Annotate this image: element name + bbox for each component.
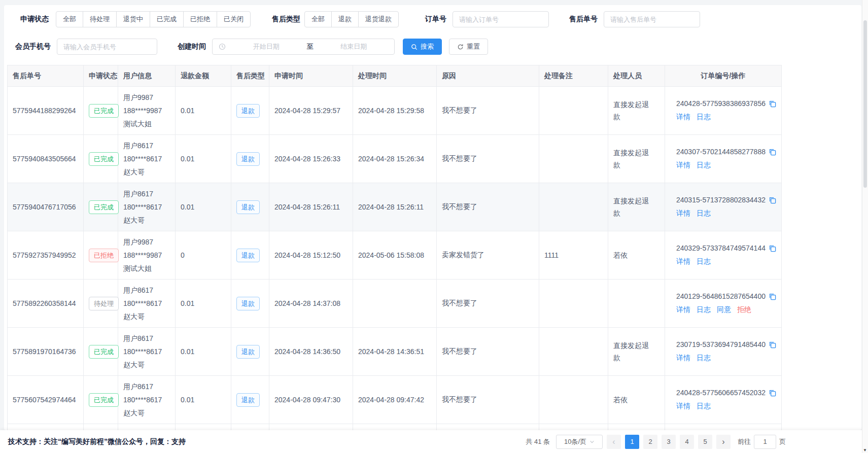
status-filter-option[interactable]: 已关闭 <box>217 11 251 27</box>
after-sale-no: 5775940843505664 <box>13 155 78 163</box>
action-link[interactable]: 日志 <box>697 305 711 313</box>
user-info-line: 赵大哥 <box>123 214 170 227</box>
action-link[interactable]: 详情 <box>676 161 690 169</box>
status-filter-option[interactable]: 全部 <box>56 11 83 27</box>
refund-amount: 0.01 <box>181 347 226 356</box>
table-row: 5775607542974464已完成用户8617180****8617赵大哥0… <box>8 376 782 424</box>
page-button[interactable]: 4 <box>680 435 694 449</box>
action-link[interactable]: 详情 <box>676 113 690 121</box>
table-row: 5775892260358144待处理用户8617180****8617赵大哥0… <box>8 280 782 328</box>
cell-handler: 直接发起退款 <box>608 135 665 183</box>
page-button[interactable]: 3 <box>662 435 676 449</box>
status-filter-option[interactable]: 退货中 <box>116 11 150 27</box>
scrollbar-thumb[interactable] <box>863 20 867 188</box>
cell-order-ops: 240428-5775604032292864 <box>665 424 782 431</box>
page-button[interactable]: 5 <box>698 435 712 449</box>
refund-amount: 0.01 <box>181 299 226 307</box>
phone-input[interactable] <box>57 39 157 55</box>
cell-type: 退款 <box>231 87 269 135</box>
column-header: 原因 <box>437 65 539 87</box>
type-filter-option[interactable]: 退货退款 <box>358 11 399 27</box>
row-actions: 详情日志同意拒绝 <box>676 305 776 315</box>
reset-button[interactable]: 重置 <box>449 39 488 55</box>
process-time: 2024-04-28 15:29:58 <box>358 107 431 115</box>
jump-label: 前往 <box>738 437 751 446</box>
copy-icon[interactable] <box>769 341 776 349</box>
cell-status: 已完成 <box>84 376 118 424</box>
footer-bar: 技术支持：关注“编写美好前程”微信公众号，回复：支持 共 41 条 10条/页 … <box>0 430 868 453</box>
user-info-line: 180****8617 <box>123 345 170 358</box>
copy-icon[interactable] <box>769 196 776 204</box>
type-filter-group: 全部退款退货退款 <box>304 11 399 27</box>
action-link[interactable]: 详情 <box>676 354 690 362</box>
action-link[interactable]: 拒绝 <box>737 305 751 313</box>
user-info-line: 赵大哥 <box>123 358 170 371</box>
type-filter-option[interactable]: 全部 <box>304 11 332 27</box>
prev-page-button[interactable]: ‹ <box>607 435 621 449</box>
user-info-line: 用户8617 <box>123 139 170 152</box>
search-icon <box>411 44 418 50</box>
create-time-label: 创建时间 <box>178 42 206 51</box>
status-badge: 已拒绝 <box>89 249 119 262</box>
order-line: 240315-5713728802834432 <box>676 196 776 204</box>
status-filter-label: 申请状态 <box>20 15 49 24</box>
user-info-line: 180****8617 <box>123 200 170 214</box>
user-info-line: 赵大哥 <box>123 310 170 323</box>
action-link[interactable]: 详情 <box>676 209 690 217</box>
action-link[interactable]: 详情 <box>676 402 690 410</box>
status-filter-option[interactable]: 待处理 <box>83 11 117 27</box>
action-link[interactable]: 日志 <box>697 257 711 265</box>
apply-time: 2024-04-28 15:12:50 <box>274 251 348 259</box>
action-link[interactable]: 日志 <box>697 402 711 410</box>
copy-icon[interactable] <box>769 293 776 300</box>
type-filter-option[interactable]: 退款 <box>331 11 359 27</box>
cell-type: 退款 <box>231 328 269 376</box>
cell-refund-amount: 0.01 <box>176 280 231 328</box>
column-header: 处理备注 <box>539 65 608 87</box>
phone-label: 会员手机号 <box>15 42 51 51</box>
cell-type: 退款 <box>231 183 269 231</box>
action-link[interactable]: 日志 <box>697 354 711 362</box>
jump-page-input[interactable] <box>754 435 776 449</box>
status-filter-option[interactable]: 已拒绝 <box>183 11 217 27</box>
vertical-scrollbar[interactable]: ▼ <box>862 0 868 453</box>
cell-refund-amount <box>176 424 231 431</box>
action-link[interactable]: 同意 <box>717 305 731 313</box>
copy-icon[interactable] <box>769 148 776 156</box>
order-no: 240329-5733784749574144 <box>676 244 766 252</box>
end-date-placeholder[interactable]: 结束日期 <box>314 42 395 51</box>
page-button[interactable]: 1 <box>625 435 639 449</box>
cell-remark: 1111 <box>539 231 608 280</box>
action-link[interactable]: 详情 <box>676 305 690 313</box>
cell-after-sale-no <box>8 424 84 431</box>
cell-after-sale-no: 5775927357949952 <box>8 231 84 280</box>
action-link[interactable]: 日志 <box>697 161 711 169</box>
date-range-picker[interactable]: 开始日期 至 结束日期 <box>212 39 395 55</box>
order-no-label: 订单号 <box>425 15 446 24</box>
cell-apply-time: 2024-04-28 14:37:08 <box>269 280 353 328</box>
search-button[interactable]: 搜索 <box>403 39 442 55</box>
action-link[interactable]: 详情 <box>676 257 690 265</box>
cell-reason: 我不想要了 <box>437 376 539 424</box>
cell-user-info: 用户8617180****8617赵大哥 <box>118 280 176 328</box>
type-badge: 退款 <box>236 345 260 359</box>
start-date-placeholder[interactable]: 开始日期 <box>226 42 307 51</box>
status-badge: 已完成 <box>89 200 119 214</box>
column-header: 申请状态 <box>84 65 118 87</box>
page-size-select[interactable]: 10条/页 <box>556 435 603 449</box>
order-no-input[interactable] <box>453 11 549 27</box>
page-jump: 前往 页 <box>738 435 786 449</box>
process-time: 2024-05-06 15:58:08 <box>358 251 431 259</box>
action-link[interactable]: 日志 <box>697 209 711 217</box>
copy-icon[interactable] <box>769 389 776 397</box>
total-count: 共 41 条 <box>526 437 550 446</box>
copy-icon[interactable] <box>769 245 776 252</box>
aftersale-no-input[interactable] <box>604 11 700 27</box>
action-link[interactable]: 日志 <box>697 113 711 121</box>
page-button[interactable]: 2 <box>643 435 657 449</box>
next-page-button[interactable]: › <box>716 435 731 449</box>
cell-order-ops: 240307-5702144858277888详情日志 <box>665 135 782 183</box>
scroll-down-arrow-icon[interactable]: ▼ <box>863 448 867 452</box>
copy-icon[interactable] <box>769 100 776 108</box>
status-filter-option[interactable]: 已完成 <box>150 11 184 27</box>
